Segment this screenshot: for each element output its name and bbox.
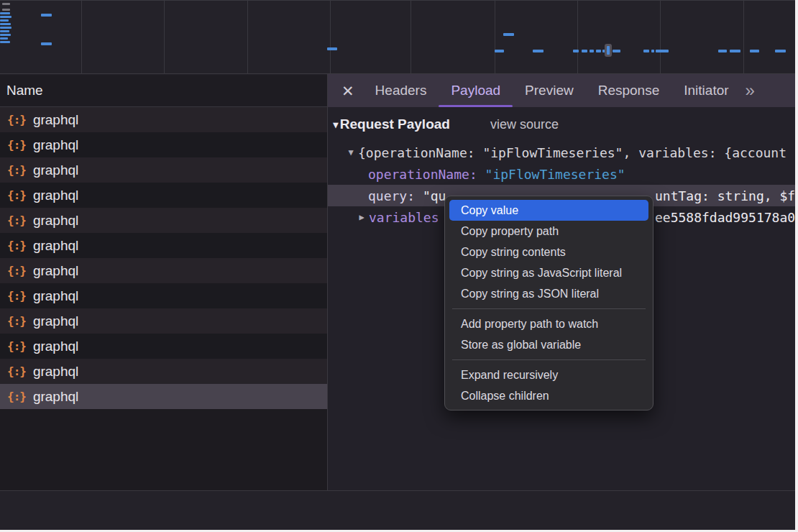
overview-gridline xyxy=(81,0,82,74)
json-file-icon: {:} xyxy=(7,138,26,152)
request-name: graphql xyxy=(33,389,78,405)
view-source-link[interactable]: view source xyxy=(490,117,559,132)
waterfall-bar xyxy=(0,27,12,29)
waterfall-bar xyxy=(656,50,669,52)
overview-playhead-marker[interactable] xyxy=(605,44,612,57)
payload-section-row: ▼Request Payload view source xyxy=(328,107,795,142)
tab-headers[interactable]: Headers xyxy=(363,74,439,107)
property-value-right: untTag: string, $f xyxy=(655,185,795,206)
waterfall-bar xyxy=(718,50,727,52)
menu-item-expand-recursively[interactable]: Expand recursively xyxy=(445,364,653,385)
menu-item-add-property-path-to-watch[interactable]: Add property path to watch xyxy=(445,313,653,334)
menu-item-copy-string-as-javascript-literal[interactable]: Copy string as JavaScript literal xyxy=(445,262,653,283)
request-name: graphql xyxy=(33,313,78,329)
tab-response[interactable]: Response xyxy=(586,74,672,107)
tab-initiator[interactable]: Initiator xyxy=(671,74,740,107)
overview-gridline xyxy=(577,0,578,74)
overview-gridline xyxy=(247,0,248,74)
property-key: query: xyxy=(368,188,415,203)
waterfall-bar xyxy=(0,16,12,18)
detail-tab-bar: ✕ HeadersPayloadPreviewResponseInitiator… xyxy=(328,74,795,107)
waterfall-bar xyxy=(590,50,594,52)
overview-divider-line xyxy=(0,0,795,1)
request-row[interactable]: {:}graphql xyxy=(0,308,327,334)
waterfall-bar xyxy=(775,50,786,52)
waterfall-bar xyxy=(327,47,337,50)
request-row[interactable]: {:}graphql xyxy=(0,283,327,308)
waterfall-bar xyxy=(2,3,10,5)
request-name: graphql xyxy=(33,137,78,153)
request-name: graphql xyxy=(33,188,78,203)
json-file-icon: {:} xyxy=(7,339,26,353)
request-row[interactable]: {:}graphql xyxy=(0,183,327,208)
json-file-icon: {:} xyxy=(7,214,26,227)
waterfall-bar xyxy=(730,50,740,52)
menu-item-copy-property-path[interactable]: Copy property path xyxy=(445,221,653,242)
waterfall-bar xyxy=(41,14,52,17)
property-value-left: "qu xyxy=(423,188,446,203)
waterfall-bar xyxy=(503,33,514,36)
close-icon[interactable]: ✕ xyxy=(341,83,354,98)
waterfall-bar xyxy=(533,50,544,52)
menu-item-copy-string-contents[interactable]: Copy string contents xyxy=(445,242,653,262)
context-menu: Copy valueCopy property pathCopy string … xyxy=(444,196,653,411)
request-row[interactable]: {:}graphql xyxy=(0,233,327,258)
json-file-icon: {:} xyxy=(7,390,26,403)
request-row[interactable]: {:}graphql xyxy=(0,359,327,384)
overview-gridline xyxy=(411,0,411,74)
payload-root-row[interactable]: ▼{operationName: "ipFlowTimeseries", var… xyxy=(328,142,795,163)
waterfall-bar xyxy=(596,50,601,52)
waterfall-bar xyxy=(0,41,10,43)
overview-gridline xyxy=(743,0,744,74)
request-row[interactable]: {:}graphql xyxy=(0,132,327,157)
network-overview-waterfall[interactable] xyxy=(0,0,795,74)
request-name: graphql xyxy=(33,288,78,304)
menu-item-collapse-children[interactable]: Collapse children xyxy=(445,385,653,406)
tab-payload[interactable]: Payload xyxy=(439,74,513,107)
menu-separator xyxy=(452,359,646,360)
request-name: graphql xyxy=(33,238,78,254)
waterfall-bar xyxy=(750,50,759,52)
json-file-icon: {:} xyxy=(7,188,26,202)
more-tabs-icon[interactable]: » xyxy=(746,81,753,101)
waterfall-bar xyxy=(495,50,504,52)
name-column-header[interactable]: Name xyxy=(0,75,327,107)
json-file-icon: {:} xyxy=(7,314,26,328)
json-file-icon: {:} xyxy=(7,113,26,127)
menu-item-copy-string-as-json-literal[interactable]: Copy string as JSON literal xyxy=(445,283,653,304)
waterfall-bar xyxy=(0,37,8,40)
request-row[interactable]: {:}graphql xyxy=(0,208,327,233)
waterfall-bar xyxy=(2,9,10,11)
waterfall-bar xyxy=(0,23,11,25)
json-file-icon: {:} xyxy=(7,264,26,278)
request-row[interactable]: {:}graphql xyxy=(0,258,327,283)
request-row[interactable]: {:}graphql xyxy=(0,157,327,183)
overview-gridline xyxy=(660,0,661,74)
waterfall-bar xyxy=(582,50,587,52)
waterfall-bar xyxy=(573,50,579,52)
expand-arrow-icon[interactable]: ▼ xyxy=(344,147,358,157)
devtools-window: Name {:}graphql{:}graphql{:}graphql{:}gr… xyxy=(0,0,795,530)
tab-list: HeadersPayloadPreviewResponseInitiator xyxy=(363,74,741,107)
tab-preview[interactable]: Preview xyxy=(513,74,586,107)
request-name: graphql xyxy=(33,162,78,178)
collapse-arrow-icon[interactable]: ▶ xyxy=(354,212,369,222)
waterfall-bar xyxy=(643,50,649,52)
request-name: graphql xyxy=(33,112,78,128)
request-row[interactable]: {:}graphql xyxy=(0,334,327,359)
json-file-icon: {:} xyxy=(7,364,26,378)
payload-operationname-row[interactable]: operationName: "ipFlowTimeseries" xyxy=(328,163,795,185)
request-name: graphql xyxy=(33,339,78,354)
json-file-icon: {:} xyxy=(7,289,26,303)
menu-item-store-as-global-variable[interactable]: Store as global variable xyxy=(445,334,653,355)
request-row[interactable]: {:}graphql xyxy=(0,107,327,132)
menu-item-copy-value[interactable]: Copy value xyxy=(449,200,648,221)
request-row[interactable]: {:}graphql xyxy=(0,384,327,409)
waterfall-bar xyxy=(651,50,654,52)
payload-section-title: Request Payload xyxy=(340,116,450,132)
network-summary-bar xyxy=(0,490,795,530)
property-key: variables xyxy=(369,210,439,225)
json-file-icon: {:} xyxy=(7,163,26,177)
overview-gridline xyxy=(330,0,331,74)
section-expand-icon[interactable]: ▼ xyxy=(333,119,339,130)
